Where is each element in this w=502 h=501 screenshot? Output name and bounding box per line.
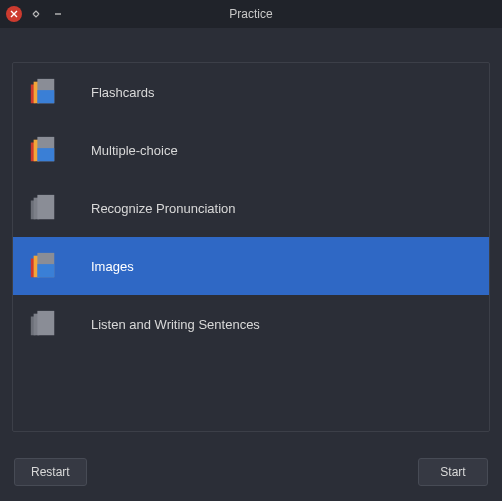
svg-rect-4 <box>37 90 54 103</box>
list-item-images[interactable]: Images <box>13 237 489 295</box>
list-item-label: Listen and Writing Sentences <box>91 317 260 332</box>
titlebar: Practice <box>0 0 502 28</box>
listen-writing-icon <box>27 308 59 340</box>
multiple-choice-icon <box>27 134 59 166</box>
images-icon <box>27 250 59 282</box>
list-item-label: Recognize Pronunciation <box>91 201 236 216</box>
maximize-button[interactable] <box>28 6 44 22</box>
content-area: Flashcards Multiple-choice <box>0 28 502 498</box>
titlebar-buttons <box>0 6 66 22</box>
flashcards-icon <box>27 76 59 108</box>
window-title: Practice <box>0 7 502 21</box>
practice-mode-list: Flashcards Multiple-choice <box>12 62 490 432</box>
start-button[interactable]: Start <box>418 458 488 486</box>
list-item-multiple-choice[interactable]: Multiple-choice <box>13 121 489 179</box>
list-item-recognize-pronunciation[interactable]: Recognize Pronunciation <box>13 179 489 237</box>
minimize-button[interactable] <box>50 6 66 22</box>
svg-rect-18 <box>37 311 54 335</box>
recognize-pronunciation-icon <box>27 192 59 224</box>
svg-rect-15 <box>37 264 54 277</box>
close-button[interactable] <box>6 6 22 22</box>
restart-button[interactable]: Restart <box>14 458 87 486</box>
svg-rect-8 <box>37 148 54 161</box>
list-item-label: Multiple-choice <box>91 143 178 158</box>
list-item-flashcards[interactable]: Flashcards <box>13 63 489 121</box>
svg-rect-11 <box>37 195 54 219</box>
list-item-listen-writing[interactable]: Listen and Writing Sentences <box>13 295 489 353</box>
button-row: Restart Start <box>12 458 490 486</box>
list-item-label: Flashcards <box>91 85 155 100</box>
list-item-label: Images <box>91 259 134 274</box>
